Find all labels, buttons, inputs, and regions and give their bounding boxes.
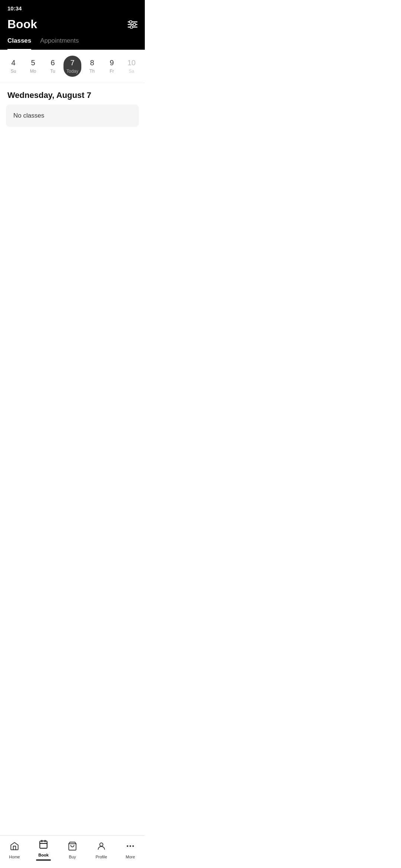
day-item-su[interactable]: 4 Su xyxy=(4,56,22,77)
header: Book xyxy=(0,14,145,37)
calendar-week: 4 Su 5 Mo 6 Tu 7 Today 8 Th 9 Fr 10 Sa xyxy=(0,50,145,83)
svg-point-4 xyxy=(133,23,136,26)
no-classes-card: No classes xyxy=(6,105,139,127)
tab-classes[interactable]: Classes xyxy=(7,37,31,50)
filter-icon[interactable] xyxy=(128,20,137,29)
day-item-today[interactable]: 7 Today xyxy=(63,56,81,77)
tab-appointments[interactable]: Appointments xyxy=(40,37,79,50)
day-item-th[interactable]: 8 Th xyxy=(83,56,101,77)
svg-point-5 xyxy=(130,26,133,28)
day-item-fr[interactable]: 9 Fr xyxy=(103,56,121,77)
day-item-tu[interactable]: 6 Tu xyxy=(44,56,62,77)
date-heading: Wednesday, August 7 xyxy=(0,83,145,105)
day-item-sa[interactable]: 10 Sa xyxy=(123,56,140,77)
nav-tabs: Classes Appointments xyxy=(0,37,145,50)
status-bar: 10:34 xyxy=(0,0,145,14)
status-time: 10:34 xyxy=(7,5,22,11)
main-content xyxy=(0,127,145,312)
day-item-mo[interactable]: 5 Mo xyxy=(24,56,42,77)
page-title: Book xyxy=(7,17,37,31)
svg-point-3 xyxy=(130,20,132,23)
